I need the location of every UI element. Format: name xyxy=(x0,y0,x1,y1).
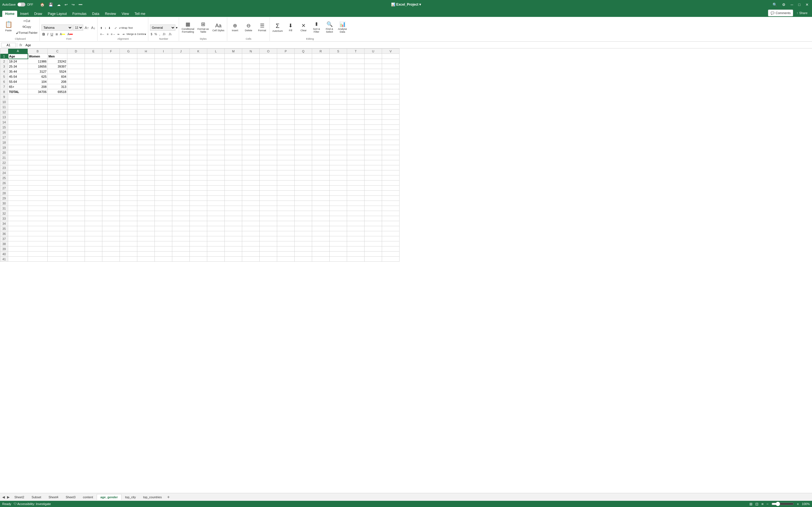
cell-H36[interactable] xyxy=(137,231,155,236)
cell-M21[interactable] xyxy=(225,155,242,160)
cell-O35[interactable] xyxy=(260,226,277,231)
cell-Q32[interactable] xyxy=(295,211,312,216)
cell-G6[interactable] xyxy=(120,79,137,84)
cell-H19[interactable] xyxy=(137,145,155,150)
cell-K7[interactable] xyxy=(190,84,207,89)
cell-O2[interactable] xyxy=(260,59,277,64)
cell-O26[interactable] xyxy=(260,180,277,186)
align-middle-button[interactable]: ↕ xyxy=(104,25,107,31)
cell-V9[interactable] xyxy=(382,94,400,100)
cell-D37[interactable] xyxy=(67,236,85,241)
cell-M20[interactable] xyxy=(225,150,242,155)
cell-Q17[interactable] xyxy=(295,135,312,140)
cell-C26[interactable] xyxy=(48,180,67,186)
cell-H26[interactable] xyxy=(137,180,155,186)
cell-M19[interactable] xyxy=(225,145,242,150)
cell-C39[interactable] xyxy=(48,246,67,251)
cell-D35[interactable] xyxy=(67,226,85,231)
cell-M33[interactable] xyxy=(225,216,242,221)
cell-L4[interactable] xyxy=(207,69,225,74)
cell-D17[interactable] xyxy=(67,135,85,140)
cell-V28[interactable] xyxy=(382,191,400,196)
cell-K34[interactable] xyxy=(190,221,207,226)
row-header-19[interactable]: 19 xyxy=(0,145,8,150)
cell-J15[interactable] xyxy=(172,125,190,130)
cell-P25[interactable] xyxy=(277,175,295,180)
cell-B18[interactable] xyxy=(28,140,48,145)
cell-D1[interactable] xyxy=(67,54,85,59)
cell-S32[interactable] xyxy=(329,211,347,216)
cell-T36[interactable] xyxy=(347,231,364,236)
cell-C27[interactable] xyxy=(48,186,67,191)
cell-M18[interactable] xyxy=(225,140,242,145)
cell-T19[interactable] xyxy=(347,145,364,150)
cell-C11[interactable] xyxy=(48,105,67,110)
cell-A3[interactable]: 25-34 xyxy=(8,64,28,69)
cell-S16[interactable] xyxy=(329,130,347,135)
cell-F9[interactable] xyxy=(102,94,120,100)
share-button[interactable]: ↑ Share xyxy=(794,10,810,16)
cell-Q5[interactable] xyxy=(295,74,312,79)
cell-Q7[interactable] xyxy=(295,84,312,89)
cell-E35[interactable] xyxy=(85,226,102,231)
cell-L29[interactable] xyxy=(207,196,225,201)
cell-N7[interactable] xyxy=(242,84,260,89)
cell-C16[interactable] xyxy=(48,130,67,135)
cell-R12[interactable] xyxy=(312,110,329,115)
cell-R28[interactable] xyxy=(312,191,329,196)
cell-M35[interactable] xyxy=(225,226,242,231)
cell-D40[interactable] xyxy=(67,251,85,257)
zoom-in-button[interactable]: + xyxy=(797,502,799,506)
cell-I1[interactable] xyxy=(155,54,172,59)
cell-P33[interactable] xyxy=(277,216,295,221)
cell-S35[interactable] xyxy=(329,226,347,231)
cell-F12[interactable] xyxy=(102,110,120,115)
col-header-V[interactable]: V xyxy=(382,49,400,54)
cell-V27[interactable] xyxy=(382,186,400,191)
cell-A19[interactable] xyxy=(8,145,28,150)
cell-Q28[interactable] xyxy=(295,191,312,196)
cell-H39[interactable] xyxy=(137,246,155,251)
cell-H1[interactable] xyxy=(137,54,155,59)
cell-V10[interactable] xyxy=(382,100,400,105)
cell-J8[interactable] xyxy=(172,89,190,94)
cell-F13[interactable] xyxy=(102,115,120,120)
cell-P27[interactable] xyxy=(277,186,295,191)
cell-P15[interactable] xyxy=(277,125,295,130)
cell-R10[interactable] xyxy=(312,100,329,105)
cell-F34[interactable] xyxy=(102,221,120,226)
increase-decimal-button[interactable]: .0↑ xyxy=(161,31,167,37)
cell-N1[interactable] xyxy=(242,54,260,59)
cell-V22[interactable] xyxy=(382,160,400,165)
cell-G33[interactable] xyxy=(120,216,137,221)
col-header-D[interactable]: D xyxy=(67,49,85,54)
cell-J36[interactable] xyxy=(172,231,190,236)
find-select-button[interactable]: 🔍 Find & Select xyxy=(323,19,336,36)
align-bottom-button[interactable]: ⬇ xyxy=(107,25,111,31)
cell-T17[interactable] xyxy=(347,135,364,140)
cell-J5[interactable] xyxy=(172,74,190,79)
cell-O28[interactable] xyxy=(260,191,277,196)
cell-F4[interactable] xyxy=(102,69,120,74)
cell-E13[interactable] xyxy=(85,115,102,120)
row-header-41[interactable]: 41 xyxy=(0,257,8,262)
cell-A21[interactable] xyxy=(8,155,28,160)
cell-T33[interactable] xyxy=(347,216,364,221)
cell-H17[interactable] xyxy=(137,135,155,140)
cell-N33[interactable] xyxy=(242,216,260,221)
cell-A39[interactable] xyxy=(8,246,28,251)
cell-V19[interactable] xyxy=(382,145,400,150)
cell-P26[interactable] xyxy=(277,180,295,186)
save-button[interactable]: 💾 xyxy=(47,2,54,7)
row-header-14[interactable]: 14 xyxy=(0,120,8,125)
cell-U17[interactable] xyxy=(364,135,382,140)
cell-L21[interactable] xyxy=(207,155,225,160)
cell-F33[interactable] xyxy=(102,216,120,221)
row-header-35[interactable]: 35 xyxy=(0,226,8,231)
cell-C36[interactable] xyxy=(48,231,67,236)
cell-E3[interactable] xyxy=(85,64,102,69)
cell-B36[interactable] xyxy=(28,231,48,236)
cell-T10[interactable] xyxy=(347,100,364,105)
cell-P29[interactable] xyxy=(277,196,295,201)
cell-S4[interactable] xyxy=(329,69,347,74)
